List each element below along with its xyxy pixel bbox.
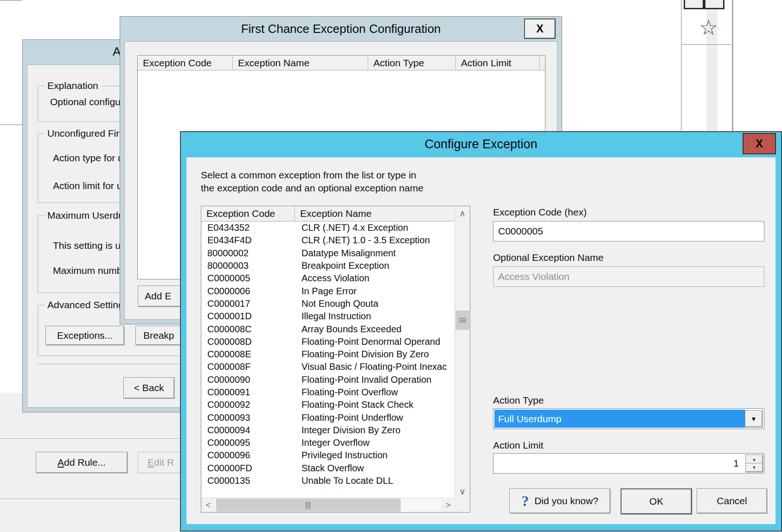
exception-row[interactable]: C0000095 Integer Overflow	[201, 437, 455, 449]
exception-row-name: Floating-Point Stack Check	[295, 399, 455, 410]
unconfigured-group-label: Unconfigured First	[45, 128, 130, 139]
add-rule-button[interactable]: Add Rule...	[36, 452, 128, 473]
background-window-edge	[732, 0, 733, 132]
exception-row-name: Floating-Point Division By Zero	[295, 349, 455, 360]
exceptions-button[interactable]: Exceptions...	[45, 326, 124, 345]
back-button[interactable]: < Back	[123, 377, 174, 399]
exception-row-code: C0000005	[201, 273, 295, 284]
exception-row-name: Integer Division By Zero	[295, 425, 455, 436]
list-column-exception-name[interactable]: Exception Name	[295, 206, 455, 222]
minimize-button-partial[interactable]	[684, 0, 704, 9]
scroll-left-icon[interactable]: <	[201, 498, 215, 512]
favorites-star-icon[interactable]: ☆	[699, 15, 718, 40]
exception-row-name: Not Enough Qouta	[295, 298, 455, 309]
exception-row-name: Floating-Point Overflow	[295, 387, 455, 398]
exception-row-code: C000008F	[201, 361, 295, 372]
maximum-line2: Maximum numbe	[53, 265, 128, 276]
exception-row[interactable]: C0000092 Floating-Point Stack Check	[201, 399, 455, 411]
exception-list-rows: E0434352 CLR (.NET) 4.x Exception E0434F…	[201, 222, 455, 498]
exception-row[interactable]: C000001D Illegal Instruction	[201, 310, 455, 323]
exception-row-code: C0000095	[201, 437, 295, 448]
exception-row-name: Breakpoint Exception	[295, 260, 455, 271]
exception-row[interactable]: C0000006 In Page Error	[201, 285, 455, 297]
column-header-action-type[interactable]: Action Type	[368, 56, 456, 70]
optional-name-label: Optional Exception Name	[493, 252, 603, 263]
instruction-line-2: the exception code and an optional excep…	[201, 183, 423, 194]
horizontal-scroll-thumb[interactable]	[216, 499, 401, 512]
column-header-exception-name[interactable]: Exception Name	[233, 56, 368, 70]
exception-row[interactable]: 80000003 Breakpoint Exception	[201, 260, 455, 272]
explanation-text: Optional configura	[50, 96, 129, 108]
exception-row[interactable]: C0000017 Not Enough Qouta	[201, 298, 455, 310]
exception-row-name: Floating-Point Invalid Operation	[295, 374, 455, 385]
exception-row[interactable]: C0000094 Integer Division By Zero	[201, 424, 455, 437]
column-header-action-limit[interactable]: Action Limit	[456, 56, 540, 70]
ok-button[interactable]: OK	[621, 488, 692, 514]
exception-row-code: E0434352	[201, 222, 295, 233]
vertical-scroll-thumb[interactable]	[455, 310, 469, 330]
exception-row-name: CLR (.NET) 4.x Exception	[295, 222, 455, 233]
scroll-down-icon[interactable]: ∨	[455, 484, 470, 498]
exception-list-header: Exception Code Exception Name	[201, 206, 455, 222]
question-icon: ?	[521, 493, 529, 510]
list-column-exception-code[interactable]: Exception Code	[201, 206, 295, 222]
exception-row[interactable]: C0000090 Floating-Point Invalid Operatio…	[201, 374, 455, 386]
background-window-edge	[681, 0, 682, 132]
cancel-button[interactable]: Cancel	[697, 488, 767, 513]
first-chance-titlebar[interactable]: First Chance Exception Configuration	[120, 17, 562, 41]
exception-row-name: Illegal Instruction	[295, 311, 455, 322]
exception-row[interactable]: C000008F Visual Basic / Floating-Point I…	[201, 361, 455, 373]
exception-row-code: C0000017	[201, 298, 295, 309]
exception-row[interactable]: C0000135 Unable To Locate DLL	[201, 475, 455, 487]
optional-name-input[interactable]	[493, 266, 764, 287]
exception-row-name: Access Violation	[295, 273, 455, 284]
exception-row-name: Unable To Locate DLL	[295, 475, 455, 486]
exception-row[interactable]: C0000093 Floating-Point Underflow	[201, 411, 455, 424]
vertical-scrollbar[interactable]: ∧ ∨	[455, 206, 470, 498]
exception-row-code: C0000094	[201, 425, 295, 436]
configure-body: Select a common exception from the list …	[186, 157, 776, 524]
exception-row-name: Integer Overflow	[295, 437, 455, 448]
exception-row[interactable]: 80000002 Datatype Misalignment	[201, 247, 455, 260]
column-header-exception-code[interactable]: Exception Code	[138, 56, 233, 70]
exception-row-code: C0000006	[201, 286, 295, 297]
configure-close-button[interactable]: X	[743, 133, 776, 154]
exception-row[interactable]: C000008E Floating-Point Division By Zero	[201, 348, 455, 361]
action-limit-field: ▲ ▼	[493, 453, 764, 474]
dropdown-arrow-icon[interactable]: ▼	[745, 410, 763, 427]
exception-row[interactable]: C0000005 Access Violation	[201, 272, 455, 285]
exception-row[interactable]: C000008D Floating-Point Denormal Operand	[201, 336, 455, 348]
exception-code-input[interactable]	[493, 221, 764, 241]
scroll-right-icon[interactable]: >	[441, 498, 455, 512]
action-type-label: Action Type	[493, 395, 544, 406]
divider	[0, 499, 186, 499]
exception-row[interactable]: C000008C Array Bounds Exceeded	[201, 323, 455, 335]
did-you-know-button[interactable]: ? Did you know?	[509, 488, 610, 513]
unconfigured-line1: Action type for u	[53, 152, 123, 164]
exception-row[interactable]: E0434F4D CLR (.NET) 1.0 - 3.5 Exception	[201, 234, 455, 247]
exception-row-name: In Page Error	[295, 286, 455, 297]
exception-row[interactable]: C00000FD Stack Overflow	[201, 462, 455, 475]
configure-titlebar[interactable]: Configure Exception	[181, 132, 781, 156]
first-chance-close-button[interactable]: X	[524, 19, 556, 39]
action-limit-input[interactable]	[493, 453, 764, 474]
exception-row-code: C0000090	[201, 374, 295, 385]
horizontal-scrollbar[interactable]: < >	[201, 498, 455, 512]
exception-row[interactable]: C0000091 Floating-Point Overflow	[201, 386, 455, 399]
spin-down-icon[interactable]: ▼	[745, 463, 763, 472]
exception-row[interactable]: E0434352 CLR (.NET) 4.x Exception	[201, 222, 455, 234]
spin-up-icon[interactable]: ▲	[745, 455, 763, 464]
exception-row-name: Visual Basic / Floating-Point Inexac	[295, 361, 455, 372]
exception-row-code: C000008C	[201, 324, 295, 335]
unconfigured-line2: Action limit for u	[53, 180, 122, 191]
background-toolbar-line	[0, 124, 22, 125]
exception-listbox: Exception Code Exception Name E0434352 C…	[201, 206, 470, 513]
exception-row[interactable]: C0000096 Privileged Instruction	[201, 449, 455, 462]
maximize-button-partial[interactable]	[704, 0, 724, 9]
exception-row-name: Stack Overflow	[295, 463, 455, 474]
action-type-combobox[interactable]: Full Userdump ▼	[493, 408, 764, 429]
exception-row-name: Floating-Point Denormal Operand	[295, 336, 455, 347]
scroll-up-icon[interactable]: ∧	[455, 206, 470, 220]
exception-row-code: C0000092	[201, 399, 295, 410]
exception-row-code: C000001D	[201, 311, 295, 322]
